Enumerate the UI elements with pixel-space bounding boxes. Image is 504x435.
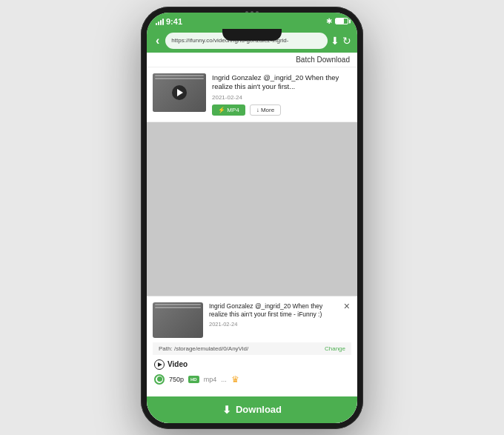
- panel-video-title: Ingrid Gonzalez @_ingrid_20 When they re…: [209, 302, 351, 319]
- address-actions: ⬇ ↻: [331, 35, 351, 47]
- bluetooth-icon: ✱: [326, 17, 332, 25]
- mp4-button[interactable]: ⚡ MP4: [212, 104, 245, 116]
- quality-format: mp4: [204, 376, 217, 383]
- close-button[interactable]: ×: [344, 301, 350, 311]
- quality-section-label: ▶ Video: [154, 359, 350, 370]
- video-title: Ingrid Gonzalez @_ingrid_20 When they re…: [212, 73, 351, 92]
- phone-notch: [222, 29, 282, 41]
- quality-radio[interactable]: [154, 374, 165, 385]
- path-text: Path: /storage/emulated/0/AnyVid/: [159, 345, 248, 352]
- download-button-label: Download: [236, 404, 282, 415]
- quality-resolution: 750p: [169, 376, 184, 383]
- status-icons: ✱: [326, 17, 348, 25]
- video-date: 2021-02-24: [212, 94, 351, 101]
- video-card: Ingrid Gonzalez @_ingrid_20 When they re…: [147, 67, 357, 123]
- video-info: Ingrid Gonzalez @_ingrid_20 When they re…: [212, 73, 351, 116]
- batch-download-header: Batch Download: [147, 53, 357, 67]
- back-button[interactable]: ‹: [153, 34, 162, 47]
- panel-content: Ingrid Gonzalez @_ingrid_20 When they re…: [147, 296, 357, 391]
- panel-video-info: Ingrid Gonzalez @_ingrid_20 When they re…: [209, 302, 351, 328]
- more-button[interactable]: ↓ More: [250, 104, 281, 116]
- phone-screen: 9:41 ✱ ‹ https://ifunny.co/video/ingrid-…: [147, 13, 357, 423]
- download-arrow-icon: ⬇: [222, 404, 231, 416]
- status-time: 9:41: [166, 17, 182, 26]
- panel-video-date: 2021-02-24: [209, 321, 351, 328]
- battery-icon: [335, 18, 348, 24]
- play-button-icon[interactable]: [172, 85, 187, 100]
- video-thumbnail: [153, 73, 206, 112]
- panel-video-row: Ingrid Gonzalez @_ingrid_20 When they re…: [153, 302, 351, 338]
- quality-extra: ...: [221, 376, 227, 383]
- browser-content: Batch Download Ingrid Gonzal: [147, 53, 357, 296]
- download-button[interactable]: ⬇ Download: [147, 396, 357, 423]
- change-path-button[interactable]: Change: [325, 345, 345, 352]
- phone-frame: 9:41 ✱ ‹ https://ifunny.co/video/ingrid-…: [141, 7, 363, 429]
- quality-row: 750p HD mp4 ... ♛: [154, 374, 350, 385]
- status-bar: 9:41 ✱: [147, 13, 357, 29]
- video-label: Video: [168, 360, 188, 368]
- quality-section: ▶ Video 750p HD mp4 ... ♛: [153, 359, 351, 385]
- video-type-icon: ▶: [154, 359, 165, 370]
- batch-download-label: Batch Download: [296, 56, 350, 64]
- path-row: Path: /storage/emulated/0/AnyVid/ Change: [153, 342, 351, 355]
- panel-thumbnail: [153, 302, 203, 338]
- download-icon[interactable]: ⬇: [331, 35, 339, 47]
- crown-icon: ♛: [231, 374, 239, 385]
- video-actions: ⚡ MP4 ↓ More: [212, 104, 351, 116]
- download-panel: × Ingrid Gonzalez @_ingrid_20 When they …: [147, 296, 357, 423]
- signal-icon: [156, 18, 164, 25]
- hd-badge: HD: [188, 376, 199, 383]
- refresh-icon[interactable]: ↻: [342, 35, 351, 47]
